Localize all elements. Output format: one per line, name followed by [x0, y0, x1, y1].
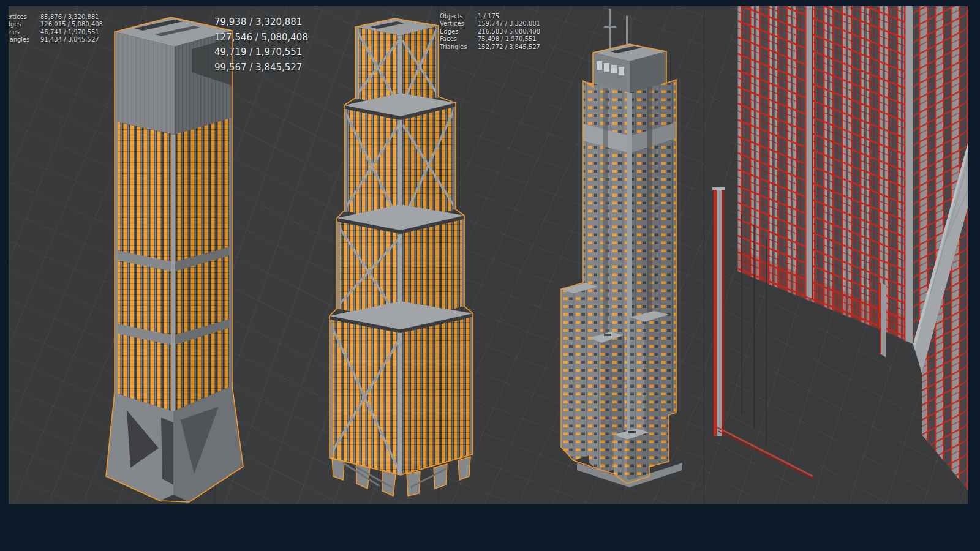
stats-row: Vertices159,747 / 3,320,881 [440, 20, 540, 28]
3d-viewport[interactable]: Vertices85,876 / 3,320,881 Edges126,015 … [9, 6, 968, 504]
stats-row: Edges216,583 / 5,080,408 [440, 28, 540, 36]
stats-row: Objects1 / 175 [440, 13, 540, 20]
stats-overlay-braced: 79,938 / 3,320,881 127,546 / 5,080,408 4… [214, 15, 308, 75]
stats-row: Edges126,015 / 5,080,408 [9, 21, 103, 28]
stepped-tower-model[interactable] [538, 9, 707, 493]
stats-row: 99,567 / 3,845,527 [214, 60, 308, 75]
stats-overlay-obelisk: Vertices85,876 / 3,320,881 Edges126,015 … [9, 13, 103, 44]
stats-row: Faces46,741 / 1,970,551 [9, 29, 103, 36]
stats-row: 79,938 / 3,320,881 [214, 15, 308, 30]
stats-row: 49,719 / 1,970,551 [214, 45, 308, 60]
braced-tower-model[interactable] [318, 16, 483, 504]
stats-row: 127,546 / 5,080,408 [214, 30, 308, 45]
obelisk-tower-model[interactable] [102, 13, 248, 504]
red-facade-model[interactable] [704, 6, 968, 504]
screenshot-root: { "viewport": { "description": "3D viewp… [0, 0, 980, 551]
stats-row: Triangles152,772 / 3,845,527 [440, 43, 540, 51]
stats-row: Triangles91,434 / 3,845,527 [9, 36, 103, 43]
stats-row: Vertices85,876 / 3,320,881 [9, 13, 103, 21]
stats-overlay-stepped: Objects1 / 175 Vertices159,747 / 3,320,8… [440, 13, 540, 51]
stats-row: Faces75,498 / 1,970,551 [440, 36, 540, 43]
